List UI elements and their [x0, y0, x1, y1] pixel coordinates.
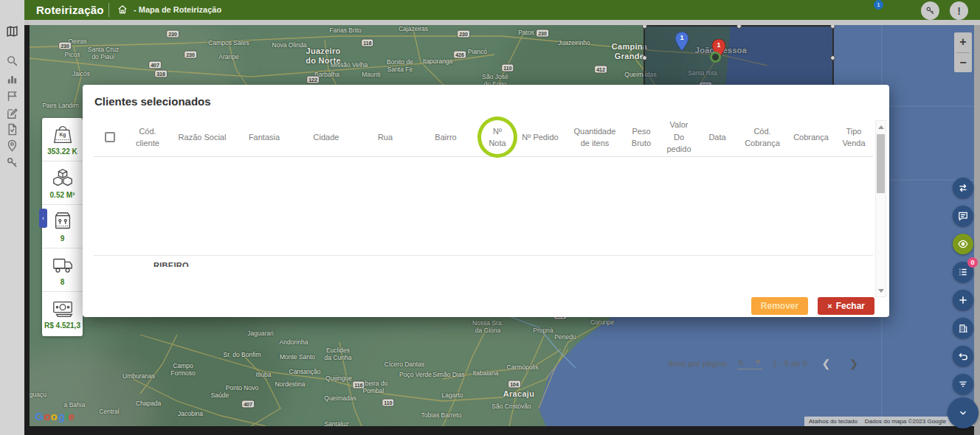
page-gap-left — [24, 25, 30, 435]
road-shield: 116 — [352, 381, 365, 389]
app-title: Roteirização — [36, 4, 104, 16]
alert-button[interactable]: ! — [950, 1, 968, 20]
route-stop-marker[interactable] — [710, 52, 721, 63]
column-header-1: Cód. cliente — [125, 125, 170, 150]
prev-page-button[interactable]: ❮ — [818, 358, 835, 369]
weight-icon: Kg — [51, 124, 75, 146]
stat-order-value-value: R$ 4.521,3 — [44, 321, 80, 330]
close-x-icon: × — [827, 302, 832, 310]
selected-clients-modal: Clientes selecionados Cód. clienteRazão … — [83, 85, 889, 317]
tools-button[interactable]: 1 — [921, 1, 939, 20]
eye-icon — [958, 239, 968, 249]
add-button[interactable] — [953, 290, 973, 310]
google-logo-letter: e — [69, 410, 75, 422]
zoom-out-button[interactable]: − — [954, 53, 972, 73]
undo-button[interactable] — [953, 346, 973, 366]
items-per-page-select[interactable]: 5 — [737, 358, 762, 369]
google-logo-letter: o — [51, 410, 58, 422]
visibility-button[interactable] — [953, 234, 973, 254]
road-shield: 110 — [501, 64, 514, 72]
page-gap-bottom — [30, 426, 974, 435]
road-shield: 407 — [148, 61, 162, 69]
items-per-page-label: Itens por página — [669, 359, 727, 368]
blue-marker[interactable]: 1 — [675, 32, 689, 51]
modal-scrollbar[interactable] — [875, 120, 886, 297]
swap-arrows-icon — [958, 183, 968, 193]
google-logo-letter: g — [58, 410, 66, 422]
column-header-9: Quantidade de itens — [565, 125, 624, 150]
chat-button[interactable] — [953, 206, 973, 226]
table-header-row: Cód. clienteRazão SocialFantasiaCidadeRu… — [99, 117, 872, 157]
wrench-icon[interactable] — [6, 156, 18, 169]
search-icon[interactable] — [6, 55, 18, 67]
google-logo: Google — [35, 410, 75, 422]
building-icon — [958, 323, 968, 333]
panel-collapse-button[interactable]: ‹ — [39, 209, 47, 228]
chevron-down-icon — [958, 408, 968, 418]
road-shield: 116 — [361, 39, 373, 47]
column-header-12: Data — [700, 131, 735, 144]
remove-button[interactable]: Remover — [751, 297, 808, 315]
select-all-cell — [99, 132, 125, 142]
selection-handle[interactable] — [830, 55, 835, 60]
marker-label: 1 — [712, 41, 725, 49]
scrollbar-thumb[interactable] — [877, 134, 885, 193]
swap-routes-button[interactable] — [953, 178, 973, 198]
document-icon[interactable] — [6, 123, 18, 136]
close-button[interactable]: × Fechar — [818, 297, 874, 315]
pagination: Itens por página 5 1 - 5 de 9 ❮ ❯ — [669, 358, 863, 369]
road-shield: 412 — [594, 66, 607, 74]
breadcrumb: - Mapa de Roteirização — [134, 5, 221, 14]
column-header-4: Cidade — [294, 131, 359, 144]
marker-label: 1 — [675, 34, 689, 41]
road-shield: 426 — [453, 51, 466, 59]
truck-icon — [51, 254, 75, 276]
column-header-2: Razão Social — [170, 131, 235, 144]
package-icon — [51, 211, 75, 233]
scroll-up-button[interactable] — [876, 122, 886, 132]
plus-icon — [958, 295, 968, 305]
stat-trucks-value: 8 — [61, 278, 65, 286]
google-logo-letter: G — [35, 410, 44, 422]
table-header-border — [94, 156, 873, 157]
zoom-in-button[interactable]: + — [954, 32, 972, 52]
next-page-button[interactable]: ❯ — [845, 358, 863, 369]
filter-button[interactable] — [953, 374, 973, 394]
column-header-13: Cód. Cobrança — [735, 125, 790, 150]
map-icon[interactable] — [6, 25, 18, 38]
modal-title: Clientes selecionados — [94, 95, 211, 108]
company-button[interactable] — [953, 318, 973, 338]
pin-icon[interactable] — [6, 139, 18, 152]
stat-weight-value: 353.22 K — [47, 147, 77, 156]
expand-button[interactable] — [948, 397, 979, 428]
undo-icon — [958, 351, 968, 361]
list-badge: 0 — [967, 257, 978, 268]
sidebar-top-corner — [0, 0, 24, 20]
header-divider — [108, 3, 109, 17]
map-zoom-control: + − — [954, 32, 972, 72]
column-header-6: Bairro — [412, 131, 480, 144]
filter-icon — [958, 379, 968, 389]
column-header-5: Rua — [359, 131, 412, 144]
bar-chart-icon[interactable] — [6, 73, 18, 86]
stat-weight: Kg 353.22 K — [42, 118, 83, 161]
table-body-border — [94, 255, 873, 256]
selection-handle[interactable] — [642, 55, 647, 60]
flag-icon[interactable] — [6, 90, 18, 102]
road-shield: 230 — [457, 30, 470, 38]
stat-trucks: 8 — [42, 248, 83, 292]
road-shield: 122 — [306, 76, 320, 84]
page-strip-right — [974, 25, 980, 435]
select-all-checkbox[interactable] — [105, 132, 115, 142]
scroll-down-button[interactable] — [876, 285, 886, 296]
home-icon[interactable] — [117, 4, 128, 18]
keyboard-shortcuts-link[interactable]: Atalhos do teclado — [809, 418, 858, 425]
road-shield: 230 — [184, 51, 197, 59]
selection-rectangle[interactable] — [643, 25, 834, 90]
selection-handle[interactable] — [736, 25, 742, 29]
page-range-label: 1 - 5 de 9 — [773, 359, 807, 368]
column-header-11: Valor Do pedido — [658, 119, 700, 156]
modal-button-row: Remover × Fechar — [751, 297, 874, 315]
selection-handle[interactable] — [642, 25, 647, 29]
edit-icon[interactable] — [6, 108, 18, 120]
